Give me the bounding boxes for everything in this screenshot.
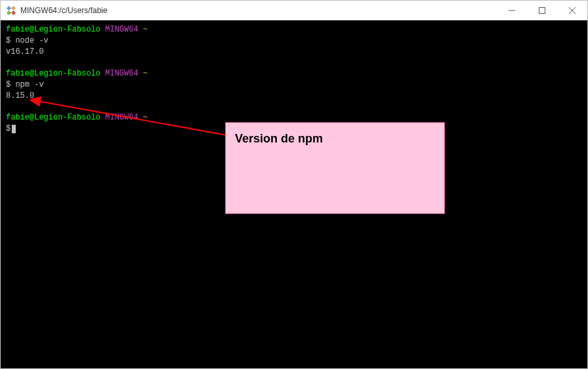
command-text: npm -v [15, 80, 43, 89]
user-host: fabie@Legion-Fabsolo [6, 69, 100, 78]
output-line: 8.15.0 [6, 91, 582, 102]
prompt-symbol: $ [6, 80, 10, 89]
output-line: v16.17.0 [6, 47, 582, 58]
blank-line [6, 57, 582, 68]
user-host: fabie@Legion-Fabsolo [6, 113, 100, 122]
svg-rect-3 [11, 10, 16, 14]
titlebar[interactable]: MINGW64:/c/Users/fabie [1, 1, 587, 20]
path: ~ [143, 113, 148, 122]
prompt-line: fabie@Legion-Fabsolo MINGW64 ~ [6, 24, 582, 35]
command-line: $ npm -v [6, 79, 582, 91]
cursor-icon [12, 125, 16, 133]
prompt-line: fabie@Legion-Fabsolo MINGW64 ~ [6, 68, 582, 79]
command-line: $ node -v [6, 35, 582, 47]
path: ~ [143, 69, 148, 78]
prompt-symbol: $ [6, 124, 10, 133]
blank-line [6, 102, 582, 113]
prompt-symbol: $ [6, 36, 10, 45]
minimize-button[interactable] [497, 1, 527, 20]
window-controls [497, 1, 587, 20]
shell-name: MINGW64 [105, 25, 138, 34]
app-icon [6, 5, 16, 16]
user-host: fabie@Legion-Fabsolo [6, 25, 100, 34]
path: ~ [143, 25, 148, 34]
maximize-button[interactable] [527, 1, 557, 20]
close-button[interactable] [557, 1, 587, 20]
command-text: node -v [15, 36, 48, 45]
terminal-body[interactable]: fabie@Legion-Fabsolo MINGW64 ~ $ node -v… [1, 20, 587, 368]
svg-rect-1 [11, 5, 16, 10]
shell-name: MINGW64 [105, 113, 138, 122]
svg-rect-5 [539, 7, 545, 13]
svg-rect-0 [7, 5, 11, 10]
svg-rect-2 [7, 10, 11, 14]
shell-name: MINGW64 [105, 69, 138, 78]
annotation-text: Version de npm [235, 132, 323, 145]
window-title: MINGW64:/c/Users/fabie [20, 6, 497, 15]
annotation-box: Version de npm [225, 122, 445, 214]
terminal-window: MINGW64:/c/Users/fabie fabie@Legion-Fabs… [0, 0, 588, 369]
